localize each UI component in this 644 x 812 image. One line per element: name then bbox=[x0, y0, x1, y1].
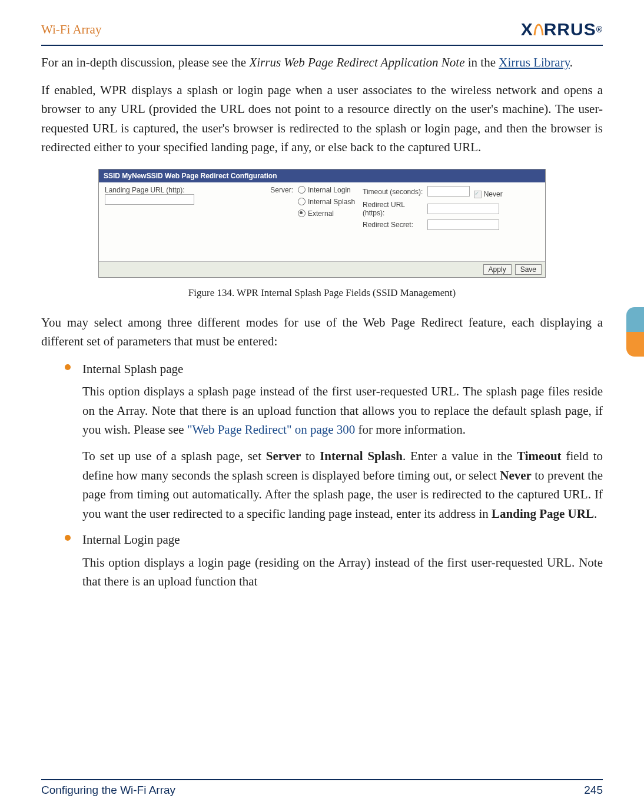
wpr-page300-link[interactable]: "Web Page Redirect" on page 300 bbox=[187, 422, 355, 437]
bullet2-title: Internal Login page bbox=[82, 533, 180, 547]
redirect-secret-label: Redirect Secret: bbox=[363, 221, 427, 229]
landing-page-label: Landing Page URL (http): bbox=[105, 186, 246, 194]
redirect-secret-input[interactable] bbox=[427, 219, 499, 230]
page-header: Wi-Fi Array X RRUS® bbox=[41, 18, 603, 41]
mid-para: You may select among three different mod… bbox=[41, 313, 603, 351]
bullet-internal-splash: Internal Splash page This option display… bbox=[65, 360, 603, 523]
bullet1-title: Internal Splash page bbox=[82, 362, 183, 376]
apply-button[interactable]: Apply bbox=[483, 264, 512, 275]
brand-logo: X RRUS® bbox=[521, 19, 603, 39]
landing-page-input[interactable] bbox=[105, 194, 194, 205]
opt-internal-splash: Internal Splash bbox=[308, 198, 355, 206]
logo-wave-icon bbox=[533, 22, 544, 36]
bullet-dot-icon bbox=[65, 364, 71, 370]
radio-internal-login[interactable] bbox=[298, 186, 306, 194]
server-label: Server: bbox=[246, 186, 293, 194]
opt-internal-login: Internal Login bbox=[308, 186, 351, 194]
brand-text: X RRUS® bbox=[521, 19, 603, 39]
radio-internal-splash[interactable] bbox=[298, 198, 306, 205]
wpr-config-figure: SSID MyNewSSID Web Page Redirect Configu… bbox=[98, 169, 546, 278]
figure-titlebar: SSID MyNewSSID Web Page Redirect Configu… bbox=[99, 169, 545, 182]
intro-para-2: If enabled, WPR displays a splash or log… bbox=[41, 81, 603, 157]
xirrus-library-link[interactable]: Xirrus Library bbox=[499, 55, 570, 69]
header-title: Wi-Fi Array bbox=[41, 22, 101, 37]
header-rule bbox=[41, 45, 603, 46]
page-footer: Configuring the Wi-Fi Array 245 bbox=[41, 779, 603, 797]
timeout-label: Timeout (seconds): bbox=[363, 188, 427, 196]
bullet1-para2: To set up use of a splash page, set Serv… bbox=[82, 447, 603, 523]
radio-external[interactable] bbox=[298, 209, 306, 217]
never-checkbox[interactable] bbox=[474, 191, 482, 198]
page-number: 245 bbox=[584, 784, 603, 797]
figure-caption: Figure 134. WPR Internal Splash Page Fie… bbox=[98, 287, 546, 299]
redirect-url-label: Redirect URL (https): bbox=[363, 201, 427, 217]
never-label: Never bbox=[484, 190, 503, 198]
timeout-input[interactable] bbox=[427, 186, 470, 197]
footer-section: Configuring the Wi-Fi Array bbox=[41, 784, 175, 797]
save-button[interactable]: Save bbox=[515, 264, 542, 275]
redirect-url-input[interactable] bbox=[427, 204, 499, 214]
bullet2-para1: This option displays a login page (resid… bbox=[82, 553, 603, 591]
opt-external: External bbox=[308, 209, 334, 218]
bullet-internal-login: Internal Login page This option displays… bbox=[65, 530, 603, 591]
bullet-dot-icon bbox=[65, 535, 71, 541]
bullet1-para1: This option displays a splash page inste… bbox=[82, 382, 603, 440]
intro-para-1: For an in-depth discussion, please see t… bbox=[41, 53, 603, 72]
